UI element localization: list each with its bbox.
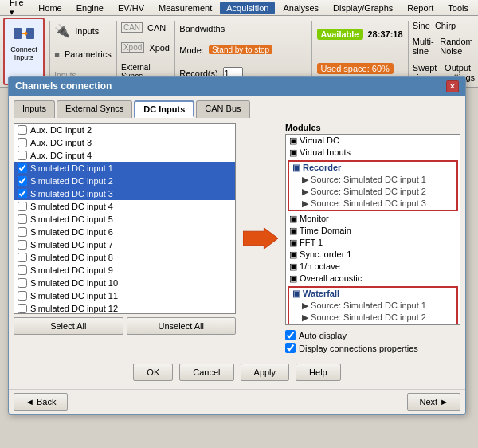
sim-dc1-checkbox[interactable] bbox=[18, 163, 27, 173]
tree-item-recorder-src1[interactable]: ▶ Source: Simulated DC input 1 bbox=[289, 174, 456, 186]
sim-dc2-checkbox[interactable] bbox=[18, 176, 27, 186]
main-layout: Aux. DC input 2 Aux. DC input 3 Aux. DC … bbox=[14, 123, 460, 353]
ok-button[interactable]: OK bbox=[133, 364, 173, 381]
aux-dc4-checkbox[interactable] bbox=[18, 151, 27, 160]
sim-dc7-checkbox[interactable] bbox=[18, 240, 27, 250]
menu-analyses[interactable]: Analyses bbox=[276, 2, 325, 14]
list-item-sim1[interactable]: Simulated DC input 1 bbox=[14, 162, 235, 175]
random-noise-label: Random Noise bbox=[440, 37, 475, 56]
apply-button[interactable]: Apply bbox=[241, 364, 290, 381]
tab-external-syncs[interactable]: External Syncs bbox=[57, 100, 132, 118]
tree-item-waterfall-src3[interactable]: ▶ Source: Simulated DC input 3 bbox=[289, 324, 456, 325]
arrow-container bbox=[241, 123, 280, 353]
sim-dc6-checkbox[interactable] bbox=[18, 227, 27, 237]
list-item[interactable]: Simulated DC input 8 bbox=[14, 251, 235, 264]
select-all-button[interactable]: Select All bbox=[14, 317, 123, 335]
list-item[interactable]: Simulated DC input 5 bbox=[14, 213, 235, 226]
panel-buttons: Select All Unselect All bbox=[14, 317, 236, 335]
auto-display-row: Auto display bbox=[285, 330, 460, 340]
channels-connection-dialog: Channels connection × Inputs External Sy… bbox=[8, 76, 466, 415]
list-item[interactable]: Aux. DC input 3 bbox=[14, 136, 235, 149]
sim-dc9-checkbox[interactable] bbox=[18, 265, 27, 275]
multisine-label: Multi-sine bbox=[413, 37, 435, 56]
mode-value: Stand by to stop bbox=[209, 45, 272, 54]
modules-title: Modules bbox=[285, 123, 460, 132]
menu-report[interactable]: Report bbox=[401, 2, 440, 14]
xpod-label: Xpod bbox=[149, 43, 170, 53]
bandwidths-label: Bandwidths bbox=[179, 24, 225, 33]
menu-engine[interactable]: Engine bbox=[70, 2, 110, 14]
menu-measurement[interactable]: Measurement bbox=[152, 2, 218, 14]
tree-item-waterfall-src2[interactable]: ▶ Source: Simulated DC input 2 bbox=[289, 312, 456, 324]
connect-inputs-label: ConnectInputs bbox=[10, 46, 37, 62]
tree-item-waterfall-src1[interactable]: ▶ Source: Simulated DC input 1 bbox=[289, 300, 456, 312]
help-button[interactable]: Help bbox=[296, 364, 341, 381]
modules-tree[interactable]: ▣ Virtual DC ▣ Virtual Inputs ▣ Recorder… bbox=[285, 134, 460, 325]
right-panel: Modules ▣ Virtual DC ▣ Virtual Inputs ▣ … bbox=[285, 123, 460, 353]
list-item[interactable]: Simulated DC input 7 bbox=[14, 238, 235, 251]
svg-rect-0 bbox=[14, 28, 22, 39]
display-connections-row: Display connections properties bbox=[285, 343, 460, 353]
sim-dc12-checkbox[interactable] bbox=[18, 304, 27, 313]
tree-item-virtual-dc[interactable]: ▣ Virtual DC bbox=[286, 135, 460, 147]
aux-dc3-checkbox[interactable] bbox=[18, 138, 27, 147]
list-item[interactable]: Simulated DC input 4 bbox=[14, 200, 235, 213]
sim-dc4-checkbox[interactable] bbox=[18, 202, 27, 211]
dialog-content: Inputs External Syncs DC Inputs CAN Bus … bbox=[9, 96, 465, 389]
left-panel: Aux. DC input 2 Aux. DC input 3 Aux. DC … bbox=[14, 123, 236, 353]
inputs-label: Inputs bbox=[75, 26, 99, 36]
display-connections-checkbox[interactable] bbox=[285, 343, 296, 353]
tree-item-overall-acoustic[interactable]: ▣ Overall acoustic bbox=[286, 273, 460, 285]
tree-item-virtual-inputs[interactable]: ▣ Virtual Inputs bbox=[286, 147, 460, 159]
menu-acquisition[interactable]: Acquisition bbox=[220, 2, 275, 14]
dialog-title: Channels connection bbox=[15, 81, 112, 92]
dialog-close-button[interactable]: × bbox=[446, 80, 459, 92]
tree-item-waterfall[interactable]: ▣ Waterfall bbox=[289, 288, 456, 300]
sim-dc3-checkbox[interactable] bbox=[18, 189, 27, 198]
menu-file[interactable]: File ▾ bbox=[3, 0, 30, 19]
tree-item-recorder-src3[interactable]: ▶ Source: Simulated DC input 3 bbox=[289, 198, 456, 210]
display-connections-label: Display connections properties bbox=[299, 344, 418, 353]
auto-display-checkbox[interactable] bbox=[285, 330, 296, 340]
tree-item-sync-order1[interactable]: ▣ Sync. order 1 bbox=[286, 249, 460, 261]
recorder-group: ▣ Recorder ▶ Source: Simulated DC input … bbox=[288, 160, 458, 211]
tree-item-monitor[interactable]: ▣ Monitor bbox=[286, 213, 460, 225]
sim-dc8-checkbox[interactable] bbox=[18, 253, 27, 262]
menu-evhv[interactable]: EV/HV bbox=[112, 2, 151, 14]
waterfall-group: ▣ Waterfall ▶ Source: Simulated DC input… bbox=[288, 286, 458, 325]
list-item[interactable]: Simulated DC input 9 bbox=[14, 264, 235, 277]
tree-item-fft1[interactable]: ▣ FFT 1 bbox=[286, 237, 460, 249]
list-item[interactable]: Aux. DC input 2 bbox=[14, 124, 235, 136]
parametrics-label: Parametrics bbox=[65, 49, 112, 59]
next-button[interactable]: Next ► bbox=[407, 393, 460, 411]
list-item-sim2[interactable]: Simulated DC input 2 bbox=[14, 175, 235, 187]
tree-item-time-domain[interactable]: ▣ Time Domain bbox=[286, 225, 460, 237]
menu-home[interactable]: Home bbox=[32, 2, 68, 14]
sim-dc11-checkbox[interactable] bbox=[18, 291, 27, 301]
unselect-all-button[interactable]: Unselect All bbox=[127, 317, 237, 335]
list-item[interactable]: Simulated DC input 6 bbox=[14, 226, 235, 238]
available-badge: Available bbox=[317, 29, 363, 40]
aux-dc2-checkbox[interactable] bbox=[18, 125, 27, 135]
cancel-button[interactable]: Cancel bbox=[179, 364, 233, 381]
list-item[interactable]: Simulated DC input 11 bbox=[14, 289, 235, 302]
list-item-sim3[interactable]: Simulated DC input 3 bbox=[14, 187, 235, 200]
tree-item-recorder[interactable]: ▣ Recorder bbox=[289, 162, 456, 174]
list-item[interactable]: Simulated DC input 10 bbox=[14, 277, 235, 289]
list-item[interactable]: Simulated DC input 12 bbox=[14, 302, 235, 314]
menu-displaygraphs[interactable]: Display/Graphs bbox=[327, 2, 399, 14]
menu-tools[interactable]: Tools bbox=[441, 2, 475, 14]
tree-item-1n-octave[interactable]: ▣ 1/n octave bbox=[286, 261, 460, 273]
tree-item-recorder-src2[interactable]: ▶ Source: Simulated DC input 2 bbox=[289, 186, 456, 198]
sim-dc5-checkbox[interactable] bbox=[18, 214, 27, 224]
back-button[interactable]: ◄ Back bbox=[14, 393, 68, 411]
list-item[interactable]: Aux. DC input 4 bbox=[14, 149, 235, 162]
direction-arrow bbox=[243, 226, 278, 250]
action-buttons: OK Cancel Apply Help bbox=[14, 360, 460, 384]
tab-inputs[interactable]: Inputs bbox=[14, 100, 55, 118]
tab-dc-inputs[interactable]: DC Inputs bbox=[134, 100, 194, 118]
tab-can-bus[interactable]: CAN Bus bbox=[196, 100, 249, 118]
dialog-titlebar: Channels connection × bbox=[9, 77, 465, 96]
sim-dc10-checkbox[interactable] bbox=[18, 278, 27, 288]
inputs-list[interactable]: Aux. DC input 2 Aux. DC input 3 Aux. DC … bbox=[14, 123, 236, 314]
